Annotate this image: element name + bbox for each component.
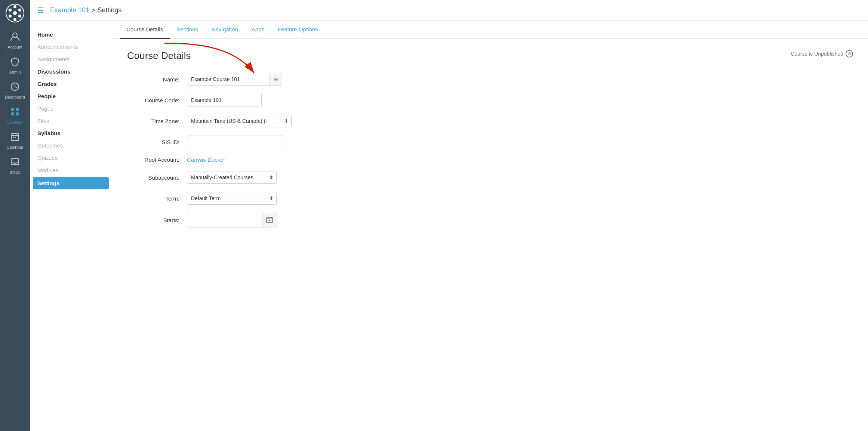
- sidebar-item-dashboard[interactable]: Dashboard: [0, 78, 30, 103]
- svg-rect-15: [13, 137, 14, 138]
- name-suggest-icon[interactable]: ⊞: [270, 73, 282, 85]
- sidebar-item-courses[interactable]: Courses: [0, 103, 30, 128]
- term-label: Term:: [127, 195, 187, 202]
- sidebar-item-label-courses: Courses: [7, 120, 23, 124]
- subaccount-select-wrap: Manually-Created Courses ⬍: [187, 171, 277, 184]
- svg-point-4: [18, 15, 21, 18]
- nav-item-grades[interactable]: Grades: [30, 78, 112, 90]
- dashboard-icon: [10, 82, 20, 94]
- sis-input[interactable]: [187, 136, 284, 148]
- name-label: Name:: [127, 76, 187, 83]
- breadcrumb-course-link[interactable]: Example 101: [50, 6, 89, 14]
- starts-input-wrap: [187, 213, 277, 227]
- name-input-wrap: ⊞: [187, 73, 282, 86]
- tab-feature-options[interactable]: Feature Options: [271, 21, 325, 39]
- svg-rect-10: [11, 108, 14, 111]
- nav-item-outcomes[interactable]: Outcomes: [30, 139, 112, 152]
- form-row-sis: SIS ID:: [127, 136, 853, 148]
- inbox-icon: [10, 157, 20, 169]
- timezone-select-wrap: Mountain Time (US & Canada) (- ⬍: [187, 115, 292, 127]
- root-account-label: Root Account:: [127, 156, 187, 163]
- term-select[interactable]: Default Term: [187, 192, 277, 205]
- unpublished-badge: Course is Unpublished ⊘: [791, 50, 853, 58]
- sidebar: Account Admin Dashboard: [0, 0, 30, 431]
- nav-item-assignments[interactable]: Assignments: [30, 53, 112, 65]
- sidebar-item-inbox[interactable]: Inbox: [0, 153, 30, 178]
- tab-navigation[interactable]: Navigation: [205, 21, 245, 39]
- tab-sections[interactable]: Sections: [170, 21, 205, 39]
- starts-label: Starts:: [127, 217, 187, 223]
- timezone-label: Time Zone:: [127, 118, 187, 124]
- svg-rect-22: [271, 220, 271, 221]
- svg-rect-20: [268, 220, 268, 221]
- nav-item-people[interactable]: People: [30, 90, 112, 102]
- form-row-starts: Starts:: [127, 213, 853, 227]
- unpublished-label: Course is Unpublished: [791, 51, 843, 57]
- sidebar-item-label-admin: Admin: [9, 70, 21, 74]
- svg-point-2: [13, 5, 16, 8]
- form-row-code: Course Code:: [127, 94, 853, 106]
- sidebar-logo[interactable]: [6, 4, 24, 24]
- main-area: ☰ Example 101 > Settings Home Announceme…: [30, 0, 868, 431]
- svg-rect-12: [11, 112, 14, 115]
- account-icon: [10, 32, 20, 44]
- nav-item-announcements[interactable]: Announcements: [30, 41, 112, 53]
- sidebar-item-label-account: Account: [7, 45, 22, 49]
- admin-icon: [10, 57, 20, 69]
- breadcrumb-current: Settings: [97, 6, 121, 14]
- form-row-root-account: Root Account: Canvas Docker: [127, 156, 853, 163]
- course-details-title: Course Details: [127, 50, 853, 62]
- svg-rect-21: [269, 220, 270, 221]
- sidebar-item-label-calendar: Calendar: [7, 145, 24, 149]
- nav-item-syllabus[interactable]: Syllabus: [30, 127, 112, 139]
- form-row-name: Name: ⊞: [127, 73, 853, 86]
- svg-point-1: [13, 11, 17, 15]
- tabs-bar: Course Details Sections Navigation Apps …: [112, 21, 868, 39]
- name-input[interactable]: [187, 73, 270, 85]
- breadcrumb: Example 101 > Settings: [50, 6, 121, 14]
- tab-apps[interactable]: Apps: [245, 21, 271, 39]
- svg-point-7: [9, 9, 12, 12]
- nav-item-settings[interactable]: Settings: [33, 177, 109, 189]
- nav-item-files[interactable]: Files: [30, 115, 112, 127]
- svg-rect-13: [16, 112, 19, 115]
- nav-item-pages[interactable]: Pages: [30, 102, 112, 115]
- topbar: ☰ Example 101 > Settings: [30, 0, 868, 21]
- nav-item-quizzes[interactable]: Quizzes: [30, 152, 112, 164]
- sidebar-item-admin[interactable]: Admin: [0, 53, 30, 78]
- nav-item-home[interactable]: Home: [30, 28, 112, 41]
- svg-point-5: [13, 18, 16, 21]
- content-area: Home Announcements Assignments Discussio…: [30, 21, 868, 431]
- root-account-link[interactable]: Canvas Docker: [187, 156, 225, 163]
- unpublished-icon: ⊘: [846, 50, 853, 58]
- sidebar-item-label-inbox: Inbox: [10, 170, 20, 174]
- code-label: Course Code:: [127, 97, 187, 103]
- svg-point-3: [18, 9, 21, 12]
- hamburger-icon[interactable]: ☰: [37, 6, 44, 15]
- timezone-select[interactable]: Mountain Time (US & Canada) (-: [187, 115, 292, 127]
- svg-rect-11: [16, 108, 19, 111]
- sidebar-item-calendar[interactable]: Calendar: [0, 128, 30, 153]
- nav-item-modules[interactable]: Modules: [30, 164, 112, 176]
- sidebar-item-account[interactable]: Account: [0, 28, 30, 53]
- courses-icon: [10, 107, 20, 119]
- form-row-subaccount: Subaccount: Manually-Created Courses ⬍: [127, 171, 853, 184]
- code-input[interactable]: [187, 94, 262, 106]
- term-select-wrap: Default Term ⬍: [187, 192, 277, 205]
- nav-item-discussions[interactable]: Discussions: [30, 65, 112, 78]
- form-row-timezone: Time Zone: Mountain Time (US & Canada) (…: [127, 115, 853, 127]
- svg-rect-16: [15, 137, 16, 138]
- starts-calendar-icon[interactable]: [262, 213, 277, 227]
- breadcrumb-separator: >: [92, 7, 95, 14]
- starts-input[interactable]: [187, 214, 262, 226]
- right-content: Course Details Sections Navigation Apps …: [112, 21, 868, 431]
- subaccount-select[interactable]: Manually-Created Courses: [187, 171, 277, 184]
- sidebar-item-label-dashboard: Dashboard: [5, 95, 25, 99]
- subaccount-label: Subaccount:: [127, 174, 187, 181]
- sis-label: SIS ID:: [127, 139, 187, 145]
- form-row-term: Term: Default Term ⬍: [127, 192, 853, 205]
- svg-point-6: [9, 15, 12, 18]
- tab-course-details[interactable]: Course Details: [120, 21, 170, 39]
- calendar-icon: [10, 132, 20, 144]
- course-navigation: Home Announcements Assignments Discussio…: [30, 21, 112, 431]
